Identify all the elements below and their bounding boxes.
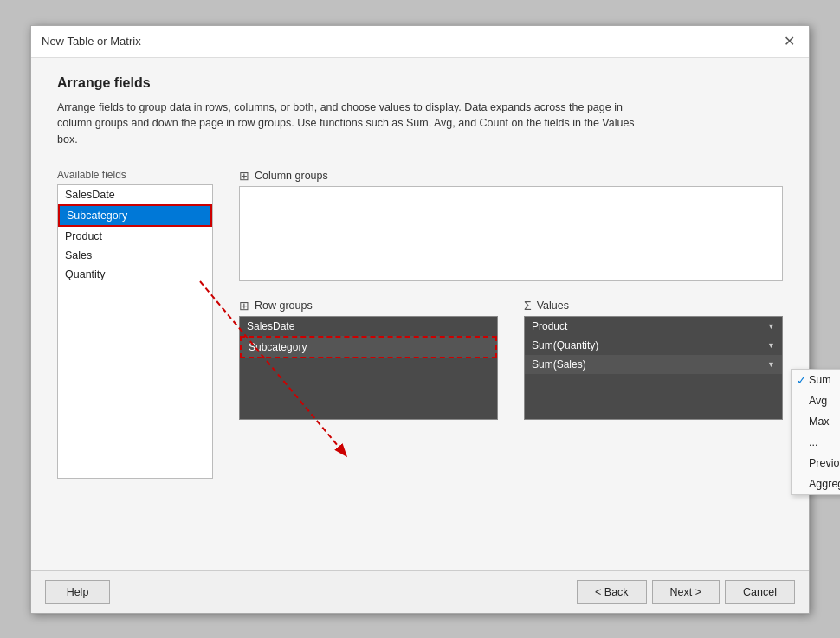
column-groups-icon: ⊞ [239, 169, 249, 183]
list-item[interactable]: Product [58, 227, 212, 246]
dialog-footer: Help < Back Next > Cancel [31, 570, 809, 613]
dropdown-item-avg[interactable]: Avg [792, 390, 840, 411]
dropdown-arrow-icon: ▼ [767, 360, 775, 369]
footer-right: < Back Next > Cancel [577, 580, 795, 604]
dropdown-item-max[interactable]: Max [792, 411, 840, 432]
row-group-item-label: Subcategory [249, 341, 307, 353]
values-item-label: Sum(Sales) [532, 358, 586, 371]
row-group-item[interactable]: SalesDate [240, 317, 497, 336]
dropdown-arrow-icon: ▼ [767, 322, 775, 331]
row-groups-container: ⊞ Row groups SalesDate Subcategory [239, 299, 498, 420]
description: Arrange fields to group data in rows, co… [57, 100, 646, 148]
top-panels: ⊞ Column groups [239, 169, 783, 281]
close-button[interactable]: ✕ [780, 33, 798, 50]
column-groups-header: ⊞ Column groups [239, 169, 783, 183]
row-groups-icon: ⊞ [239, 299, 249, 313]
values-panel[interactable]: Product ▼ Sum(Quantity) ▼ Sum(Sales) ▼ [524, 316, 783, 420]
dialog: New Table or Matrix ✕ Arrange fields Arr… [30, 25, 810, 614]
back-button[interactable]: < Back [577, 580, 647, 604]
list-item[interactable]: Sales [58, 246, 212, 265]
row-groups-header: ⊞ Row groups [239, 299, 498, 313]
values-panel-container: Σ Values Product ▼ Sum(Quantity) ▼ [524, 299, 783, 420]
dropdown-item-ellipsis[interactable]: ... [792, 432, 840, 453]
column-groups-label: Column groups [255, 170, 328, 182]
values-item[interactable]: Product ▼ [525, 317, 782, 336]
list-item[interactable]: Quantity [58, 265, 212, 284]
list-item[interactable]: SalesDate [58, 185, 212, 204]
values-item[interactable]: Sum(Quantity) ▼ [525, 336, 782, 355]
row-group-item-label: SalesDate [247, 320, 294, 332]
column-groups-container: ⊞ Column groups [239, 169, 783, 281]
dropdown-item-previous[interactable]: Previous [792, 453, 840, 474]
fields-area: Available fields SalesDate Subcategory P… [57, 169, 783, 479]
list-item[interactable]: Subcategory [58, 204, 212, 227]
values-icon: Σ [524, 299, 532, 313]
column-groups-panel[interactable] [239, 186, 783, 281]
title-bar: New Table or Matrix ✕ [31, 26, 809, 58]
aggregate-dropdown-menu: Sum Avg Max ... Previous Aggregate [791, 369, 840, 495]
values-label: Values [537, 300, 569, 312]
dropdown-arrow-icon: ▼ [767, 341, 775, 350]
row-group-item-selected[interactable]: Subcategory [240, 336, 497, 358]
dialog-body: Arrange fields Arrange fields to group d… [31, 58, 809, 570]
bottom-panels: ⊞ Row groups SalesDate Subcategory [239, 299, 783, 420]
right-panels: ⊞ Column groups ⊞ Row groups [239, 169, 783, 479]
dialog-title: New Table or Matrix [42, 35, 141, 48]
dropdown-item-sum[interactable]: Sum [792, 370, 840, 390]
values-item-label: Product [532, 320, 567, 332]
values-item-label: Sum(Quantity) [532, 339, 598, 351]
help-button[interactable]: Help [45, 580, 110, 604]
available-fields-label: Available fields [57, 169, 213, 181]
available-fields-listbox[interactable]: SalesDate Subcategory Product Sales Quan… [57, 184, 213, 479]
values-item-selected[interactable]: Sum(Sales) ▼ [525, 355, 782, 374]
dropdown-item-aggregate[interactable]: Aggregate [792, 474, 840, 494]
values-header: Σ Values [524, 299, 783, 313]
row-groups-panel[interactable]: SalesDate Subcategory [239, 316, 498, 420]
section-title: Arrange fields [57, 75, 783, 91]
next-button[interactable]: Next > [652, 580, 720, 604]
cancel-button[interactable]: Cancel [725, 580, 795, 604]
row-groups-label: Row groups [255, 300, 313, 312]
available-fields-panel: Available fields SalesDate Subcategory P… [57, 169, 213, 479]
